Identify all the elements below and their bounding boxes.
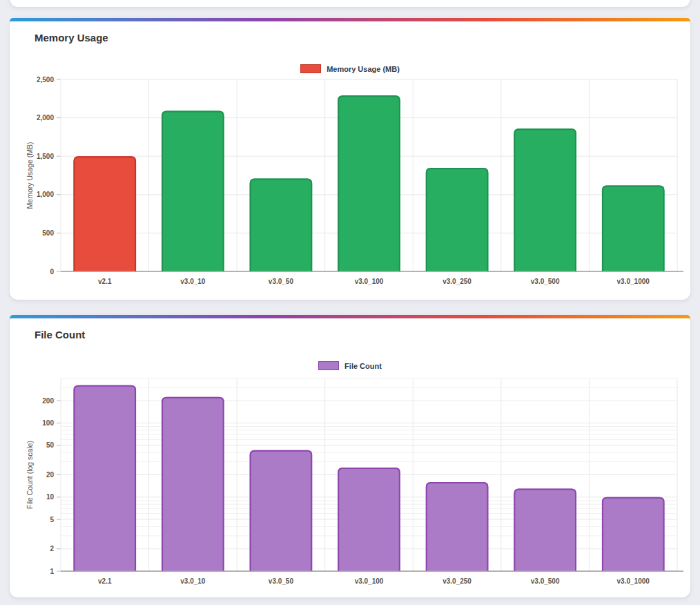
y-tick-label: 50 bbox=[46, 441, 55, 449]
y-axis-title: Memory Usage (MB) bbox=[26, 142, 34, 209]
bar-v3.0_1000[interactable] bbox=[602, 497, 665, 571]
y-tick-label: 1 bbox=[50, 568, 54, 575]
x-tick-label: v3.0_50 bbox=[269, 278, 294, 285]
y-tick-label: 1,000 bbox=[37, 191, 54, 198]
y-tick-label: 100 bbox=[42, 419, 54, 427]
bar-v2.1[interactable] bbox=[73, 385, 136, 571]
y-tick-label: 0 bbox=[50, 268, 54, 276]
file-count-card: File Count File Count 125102050100200v2.… bbox=[10, 315, 690, 597]
x-tick-label: v3.0_100 bbox=[355, 577, 384, 585]
x-tick-label: v3.0_1000 bbox=[617, 577, 650, 585]
y-axis-title: File Count (log scale) bbox=[26, 441, 34, 509]
partial-card-above bbox=[10, 0, 690, 7]
bar-v3.0_50[interactable] bbox=[250, 178, 313, 271]
bar-v3.0_250[interactable] bbox=[426, 168, 489, 271]
bar-v3.0_10[interactable] bbox=[162, 397, 224, 571]
memory-usage-bar-chart: 05001,0001,5002,0002,500v2.1v3.0_10v3.0_… bbox=[10, 18, 690, 300]
y-tick-label: 2,000 bbox=[37, 114, 54, 122]
y-tick-label: 2 bbox=[50, 545, 54, 553]
y-tick-label: 20 bbox=[46, 471, 55, 479]
file-count-bar-chart: 125102050100200v2.1v3.0_10v3.0_50v3.0_10… bbox=[10, 315, 690, 597]
bar-v2.1[interactable] bbox=[73, 156, 136, 271]
y-tick-label: 10 bbox=[46, 493, 55, 501]
x-tick-label: v3.0_1000 bbox=[617, 278, 650, 285]
memory-usage-card: Memory Usage Memory Usage (MB) 05001,000… bbox=[10, 18, 690, 300]
x-tick-label: v3.0_10 bbox=[180, 278, 206, 285]
y-tick-label: 500 bbox=[42, 229, 54, 237]
x-tick-label: v3.0_500 bbox=[531, 577, 560, 585]
bar-v3.0_1000[interactable] bbox=[602, 185, 665, 271]
x-tick-label: v3.0_250 bbox=[443, 278, 471, 285]
x-tick-label: v3.0_500 bbox=[531, 278, 560, 285]
bar-v3.0_250[interactable] bbox=[426, 482, 489, 571]
bar-v3.0_500[interactable] bbox=[514, 489, 576, 571]
y-tick-label: 2,500 bbox=[37, 76, 54, 84]
x-tick-label: v2.1 bbox=[98, 577, 112, 585]
y-tick-label: 200 bbox=[42, 397, 54, 405]
x-tick-label: v3.0_50 bbox=[269, 577, 294, 585]
bar-v3.0_100[interactable] bbox=[338, 468, 400, 570]
y-tick-label: 5 bbox=[50, 516, 54, 524]
x-tick-label: v2.1 bbox=[98, 278, 112, 285]
bar-v3.0_10[interactable] bbox=[162, 111, 224, 271]
x-tick-label: v3.0_250 bbox=[443, 577, 471, 585]
bar-v3.0_500[interactable] bbox=[514, 128, 576, 271]
bar-v3.0_50[interactable] bbox=[250, 450, 313, 571]
y-tick-label: 1,500 bbox=[37, 153, 54, 160]
bar-v3.0_100[interactable] bbox=[338, 95, 400, 271]
x-tick-label: v3.0_100 bbox=[355, 278, 384, 285]
x-tick-label: v3.0_10 bbox=[180, 577, 206, 585]
